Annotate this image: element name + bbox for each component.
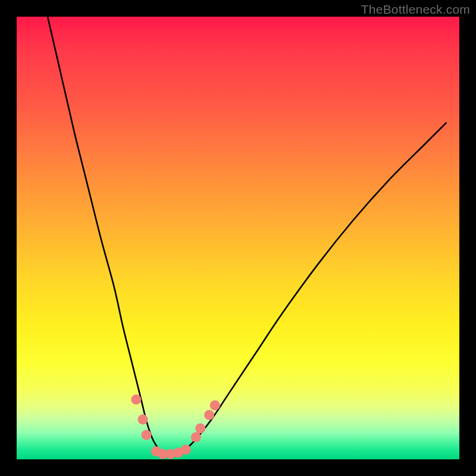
chart-svg bbox=[17, 17, 459, 459]
chart-frame: TheBottleneck.com bbox=[0, 0, 476, 476]
curve-marker bbox=[138, 415, 148, 425]
curve-marker bbox=[141, 430, 151, 440]
curve-marker bbox=[191, 432, 201, 442]
curve-marker bbox=[131, 394, 141, 405]
bottleneck-curve bbox=[48, 17, 446, 455]
plot-area bbox=[17, 17, 459, 459]
curve-marker bbox=[195, 423, 205, 433]
curve-marker bbox=[204, 410, 214, 420]
curve-marker bbox=[181, 444, 191, 455]
watermark-text: TheBottleneck.com bbox=[361, 2, 470, 17]
curve-marker bbox=[210, 400, 220, 411]
